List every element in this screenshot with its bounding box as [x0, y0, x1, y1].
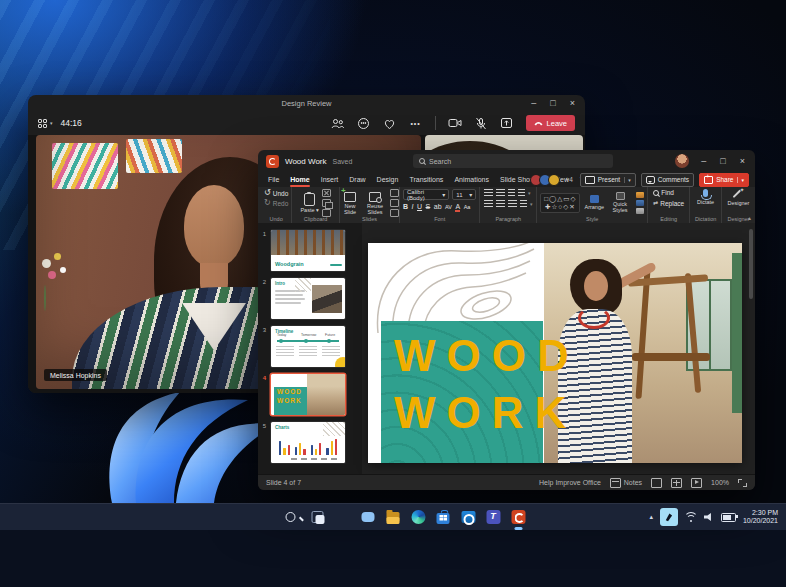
shape-effects-icon[interactable]: [636, 208, 644, 214]
close-icon[interactable]: ×: [570, 98, 575, 108]
search-icon[interactable]: [285, 509, 302, 526]
share-screen-icon[interactable]: [500, 116, 514, 130]
thumbnail-row-4[interactable]: 4 WOOD WORK: [258, 374, 362, 415]
more-options-icon[interactable]: •••: [409, 116, 423, 130]
thumbnail-row-2[interactable]: 2 Intro: [258, 278, 362, 319]
maximize-icon[interactable]: □: [550, 98, 555, 108]
wifi-icon[interactable]: [685, 512, 697, 522]
thumbnail-row-5[interactable]: 5 Charts: [258, 422, 362, 463]
tab-transitions[interactable]: Transitions: [409, 176, 443, 183]
help-improve-office-link[interactable]: Help Improve Office: [539, 479, 601, 486]
tab-home[interactable]: Home: [290, 176, 309, 183]
change-case-button[interactable]: Aa: [464, 204, 471, 210]
account-avatar[interactable]: [675, 154, 689, 168]
powerpoint-taskbar-icon[interactable]: [510, 509, 527, 526]
copy-icon[interactable]: [322, 199, 331, 207]
underline-button[interactable]: U: [417, 203, 422, 210]
slide-2-thumbnail[interactable]: Intro: [271, 278, 345, 319]
comments-button[interactable]: Comments: [641, 173, 694, 187]
designer-button[interactable]: Designer: [727, 200, 749, 206]
tab-design[interactable]: Design: [377, 176, 399, 183]
paragraph-chevron-icon[interactable]: ▾: [528, 190, 531, 196]
leave-button[interactable]: Leave: [526, 115, 575, 131]
zoom-level[interactable]: 100%: [711, 479, 729, 486]
italic-button[interactable]: I: [412, 203, 414, 210]
columns-icon[interactable]: [520, 200, 527, 208]
share-chevron-icon[interactable]: ▾: [737, 177, 744, 183]
slide-title-text[interactable]: WOOD WORK: [394, 327, 580, 441]
layout-icon[interactable]: [390, 189, 399, 197]
minimize-icon[interactable]: –: [531, 98, 536, 108]
thumbnail-row-3[interactable]: 3 Timeline Today Tomorrow Future: [258, 326, 362, 367]
numbering-icon[interactable]: [496, 189, 505, 197]
share-button[interactable]: Share ▾: [699, 173, 749, 187]
microsoft-store-icon[interactable]: [435, 509, 452, 526]
collapse-ribbon-icon[interactable]: ▴: [748, 214, 751, 221]
chat-icon[interactable]: [360, 509, 377, 526]
char-spacing-button[interactable]: AV: [445, 204, 452, 210]
vertical-scrollbar[interactable]: [749, 229, 753, 299]
edge-icon[interactable]: [410, 509, 427, 526]
font-size-select[interactable]: 11▾: [452, 189, 476, 200]
normal-view-icon[interactable]: [651, 478, 662, 488]
shape-outline-icon[interactable]: [636, 200, 644, 206]
arrange-button[interactable]: Arrange: [584, 195, 604, 210]
volume-icon[interactable]: [704, 513, 714, 522]
tab-animations[interactable]: Animations: [454, 176, 489, 183]
designer-icon[interactable]: [733, 189, 743, 199]
replace-button[interactable]: ⇄Replace: [653, 199, 684, 207]
present-chevron-icon[interactable]: ▾: [624, 177, 631, 183]
clock[interactable]: 2:30 PM 10/20/2021: [743, 509, 778, 525]
teams-app-icon[interactable]: [485, 509, 502, 526]
thumbnail-row-1[interactable]: 1 Woodgrain: [258, 230, 362, 271]
new-slide-button[interactable]: New Slide: [340, 192, 360, 215]
paste-button[interactable]: Paste ▾: [300, 193, 318, 213]
bullets-icon[interactable]: [484, 189, 493, 197]
slide-sorter-icon[interactable]: [671, 478, 682, 488]
find-button[interactable]: Find: [653, 189, 674, 196]
align-center-icon[interactable]: [496, 200, 505, 208]
slide-3-thumbnail[interactable]: Timeline Today Tomorrow Future: [271, 326, 345, 367]
paragraph-chevron-icon-2[interactable]: ▾: [530, 201, 533, 207]
bold-button[interactable]: B: [403, 203, 408, 210]
redo-button[interactable]: ↻Redo: [264, 199, 288, 207]
strikethrough-button[interactable]: S: [426, 203, 431, 210]
file-explorer-icon[interactable]: [385, 509, 402, 526]
reset-icon[interactable]: [390, 199, 399, 207]
gallery-chevron-icon[interactable]: ▾: [50, 120, 53, 126]
tab-draw[interactable]: Draw: [349, 176, 365, 183]
slide-1-thumbnail[interactable]: Woodgrain: [271, 230, 345, 271]
gallery-view-icon[interactable]: [38, 119, 47, 128]
indent-decrease-icon[interactable]: [508, 189, 515, 197]
font-color-button[interactable]: A: [455, 203, 460, 212]
indent-increase-icon[interactable]: [518, 189, 525, 197]
shadow-button[interactable]: ab: [434, 203, 442, 210]
widgets-icon[interactable]: [335, 509, 352, 526]
pen-highlighted-icon[interactable]: [660, 508, 678, 526]
reactions-icon[interactable]: [383, 116, 397, 130]
undo-button[interactable]: ↺Undo: [264, 189, 288, 197]
shape-fill-icon[interactable]: [636, 192, 644, 198]
close-icon[interactable]: ×: [740, 156, 745, 166]
quick-styles-button[interactable]: Quick Styles: [608, 192, 632, 213]
camera-icon[interactable]: [448, 116, 462, 130]
notes-button[interactable]: Notes: [610, 478, 642, 488]
participants-icon[interactable]: [331, 116, 345, 130]
minimize-icon[interactable]: –: [701, 156, 706, 166]
dictate-icon[interactable]: [703, 189, 708, 197]
maximize-icon[interactable]: □: [720, 156, 725, 166]
tab-insert[interactable]: Insert: [321, 176, 339, 183]
cut-icon[interactable]: [322, 189, 331, 197]
slideshow-icon[interactable]: [691, 478, 702, 488]
outlook-icon[interactable]: [460, 509, 477, 526]
tab-file[interactable]: File: [268, 176, 279, 183]
fit-to-window-icon[interactable]: [738, 479, 747, 487]
reuse-slides-button[interactable]: Reuse Slides: [364, 192, 386, 215]
current-slide[interactable]: WOOD WORK: [368, 243, 742, 463]
chat-icon[interactable]: [357, 116, 371, 130]
font-name-select[interactable]: Calibri (Body)▾: [403, 189, 449, 200]
start-button-icon[interactable]: [260, 509, 277, 526]
align-left-icon[interactable]: [484, 200, 493, 208]
slide-4-thumbnail-selected[interactable]: WOOD WORK: [271, 374, 345, 415]
battery-icon[interactable]: [721, 513, 736, 522]
